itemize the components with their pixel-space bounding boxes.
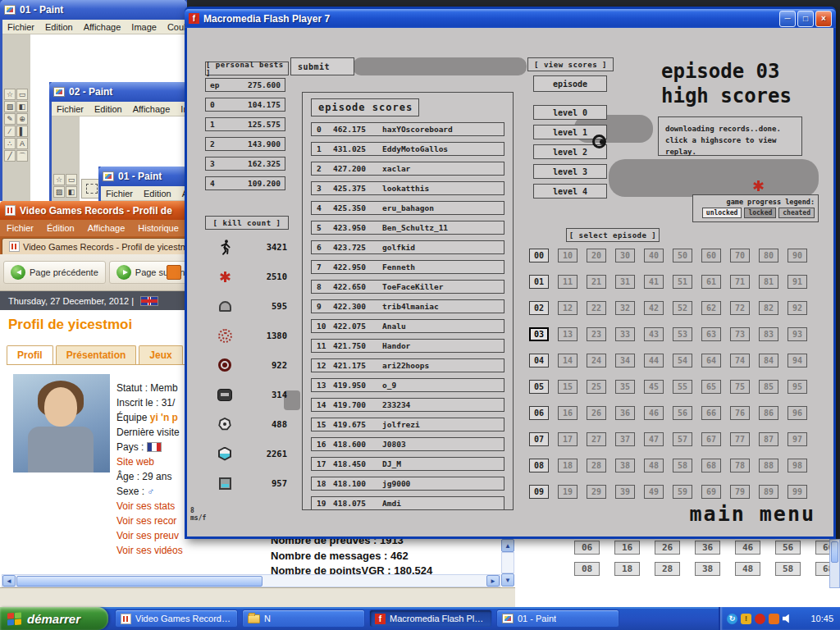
score-row[interactable]: 18418.100jg9000 [311,477,504,491]
episode-cell-73[interactable]: 73 [730,327,750,341]
team-link[interactable]: yi 'n p [150,412,178,423]
toolbar-extra-button[interactable] [167,265,181,280]
score-row[interactable]: 15419.675jolfrezi [311,418,504,431]
episode-cell-01[interactable]: 01 [529,275,549,289]
episode-cell-57[interactable]: 57 [673,432,692,446]
episode-cell-86[interactable]: 86 [759,406,778,420]
episode-cell-67[interactable]: 67 [701,432,721,446]
paint-tool-icon[interactable]: ◧ [16,101,28,112]
episode-cell-16[interactable]: 16 [558,406,578,420]
episode-cell-04[interactable]: 04 [529,354,549,368]
episode-cell-29[interactable]: 29 [587,485,606,499]
episode-cell-62[interactable]: 62 [701,301,721,315]
paint-tool-icon[interactable]: ▭ [16,89,28,100]
score-row[interactable]: 2427.200xaclar [311,162,504,176]
browser-tab[interactable]: Video Games Records - Profil de yicestmo… [2,238,208,254]
level-button[interactable]: level 3 [533,164,607,179]
score-row[interactable]: 9422.300trib4lmaniac [311,299,504,313]
episode-cell-89[interactable]: 89 [759,485,778,499]
tab-profil[interactable]: Profil [7,345,53,364]
episode-cell-30[interactable]: 30 [615,249,635,262]
bg-episode-cell[interactable]: 18 [614,562,640,576]
episode-cell-10[interactable]: 10 [558,249,578,262]
episode-cell-41[interactable]: 41 [644,275,664,289]
paint1-titlebar[interactable]: 01 - Paint [0,0,187,20]
episode-cell-26[interactable]: 26 [587,406,606,420]
menu-item-fichier[interactable]: Fichier [7,223,34,233]
episode-cell-09[interactable]: 09 [529,485,549,499]
episode-cell-51[interactable]: 51 [673,275,692,289]
score-row[interactable]: 17418.450DJ_M [311,457,504,471]
episode-cell-66[interactable]: 66 [701,406,721,420]
site-web-link[interactable]: Site web [116,456,154,468]
episode-cell-56[interactable]: 56 [673,406,692,420]
episode-cell-61[interactable]: 61 [701,275,721,289]
paint-tool-icon[interactable]: A [16,138,28,149]
vertical-scrollbar[interactable] [501,552,514,573]
episode-cell-92[interactable]: 92 [788,301,807,315]
episode-cell-50[interactable]: 50 [673,249,692,262]
episode-cell-32[interactable]: 32 [615,301,635,315]
episode-cell-65[interactable]: 65 [701,380,721,394]
episode-cell-23[interactable]: 23 [587,327,606,341]
episode-cell-37[interactable]: 37 [615,432,635,446]
score-row[interactable]: 1431.025EddyMotoGallos [311,142,504,156]
main-menu-button[interactable]: main menu [690,502,815,526]
episode-cell-97[interactable]: 97 [788,432,807,446]
episode-cell-78[interactable]: 78 [730,459,750,472]
paint-tool-icon[interactable]: ⊕ [16,113,28,125]
paint-tool-icon[interactable]: ∴ [4,138,16,149]
menu-item-edition[interactable]: Edition [45,22,73,32]
paint3-titlebar[interactable]: 01 - Paint [98,167,187,186]
menu-item-affichage[interactable]: Affichage [88,223,126,233]
episode-cell-35[interactable]: 35 [615,380,635,394]
episode-cell-27[interactable]: 27 [587,432,606,446]
scroll-right-arrow[interactable]: ► [486,575,500,587]
scroll-left-arrow[interactable]: ◄ [2,575,16,587]
episode-cell-82[interactable]: 82 [759,301,778,315]
menu-item-edition[interactable]: Edition [144,189,171,199]
episode-cell-59[interactable]: 59 [673,485,692,499]
bg-episode-cell[interactable]: 56 [775,541,801,555]
episode-cell-14[interactable]: 14 [558,354,578,368]
score-row[interactable]: 6423.725golfkid [311,240,504,254]
episode-cell-99[interactable]: 99 [788,485,807,499]
episode-cell-28[interactable]: 28 [587,459,606,472]
episode-cell-21[interactable]: 21 [587,275,606,289]
episode-cell-91[interactable]: 91 [788,275,807,289]
episode-cell-80[interactable]: 80 [759,249,778,262]
episode-cell-33[interactable]: 33 [615,327,635,341]
taskbar-task-1[interactable]: Video Games Records... [115,609,238,628]
episode-cell-85[interactable]: 85 [759,380,778,394]
episode-cell-13[interactable]: 13 [558,327,578,341]
episode-cell-45[interactable]: 45 [644,380,664,394]
bg-episode-cell[interactable]: 28 [655,562,680,576]
episode-cell-63[interactable]: 63 [701,327,721,341]
tab-présentation[interactable]: Présentation [56,345,137,364]
score-row[interactable]: 19418.075Amdi [311,496,504,510]
episode-cell-53[interactable]: 53 [673,327,692,341]
score-row[interactable]: 11421.750Handor [311,339,504,353]
uk-flag-icon[interactable] [140,296,158,306]
taskbar-task-4[interactable]: 01 - Paint [496,609,619,628]
level-button[interactable]: level 0 [533,105,607,120]
maximize-button[interactable]: □ [797,11,814,27]
paint-tool-icon[interactable]: ⌒ [16,150,28,162]
taskbar-task-3[interactable]: Macromedia Flash Pla... [369,609,492,628]
close-button[interactable]: × [815,11,832,27]
episode-cell-31[interactable]: 31 [615,275,635,289]
episode-cell-69[interactable]: 69 [701,485,721,499]
background-scrollbar-thumb[interactable] [831,541,838,563]
episode-cell-81[interactable]: 81 [759,275,778,289]
episode-cell-00[interactable]: 00 [529,249,549,262]
level-button[interactable]: level 4 [533,184,607,199]
episode-cell-64[interactable]: 64 [701,354,721,368]
bg-episode-cell[interactable]: 08 [574,562,600,576]
episode-cell-52[interactable]: 52 [673,301,692,315]
bg-episode-cell[interactable]: 06 [574,541,600,555]
paint-tool-icon[interactable]: ╱ [4,150,16,162]
episode-cell-96[interactable]: 96 [788,406,807,420]
minimize-button[interactable]: ─ [779,11,796,27]
episode-cell-55[interactable]: 55 [673,380,692,394]
score-row[interactable]: 0462.175haxYOscoreboard [311,122,504,136]
